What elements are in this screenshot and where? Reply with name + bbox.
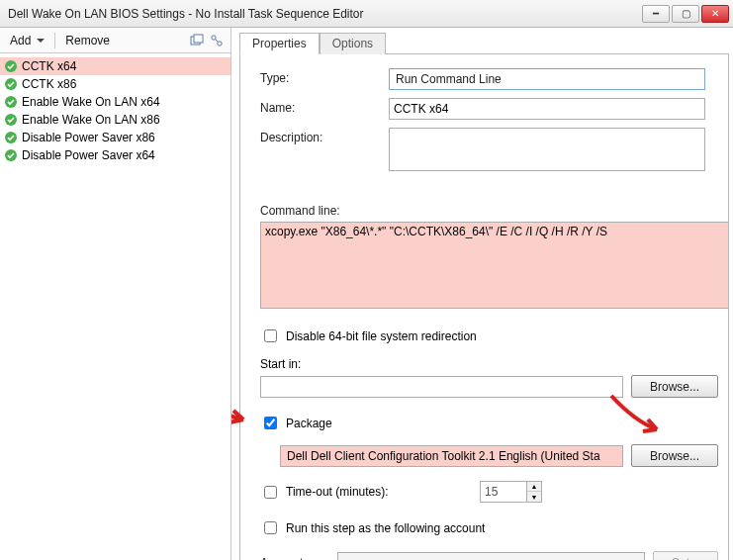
- tree-item-disable-ps-x64[interactable]: Disable Power Saver x64: [0, 146, 230, 164]
- commandline-label: Command line:: [260, 204, 718, 218]
- tree-item-enable-wol-x86[interactable]: Enable Wake On LAN x86: [0, 111, 230, 129]
- spinner-up-icon[interactable]: ▲: [527, 482, 541, 492]
- maximize-button[interactable]: ▢: [672, 5, 699, 23]
- window-titlebar: Dell Wake On LAN BIOS Settings - No Inst…: [0, 0, 733, 28]
- runas-checkbox[interactable]: [264, 521, 277, 534]
- account-label: Account:: [260, 556, 329, 561]
- startin-browse-button[interactable]: Browse...: [631, 375, 718, 398]
- name-input[interactable]: [389, 98, 705, 120]
- separator: [54, 33, 55, 48]
- tree-label: Disable Power Saver x86: [22, 131, 155, 144]
- package-value: Dell Dell Client Configuration Toolkit 2…: [280, 445, 623, 467]
- startin-label: Start in:: [260, 357, 718, 371]
- tree-item-cctk-x86[interactable]: CCTK x86: [0, 75, 230, 93]
- tree-label: Disable Power Saver x64: [22, 148, 155, 162]
- task-tree: CCTK x64 CCTK x86 Enable Wake On LAN x64…: [0, 53, 230, 560]
- tabstrip: Properties Options: [239, 32, 733, 53]
- type-value: Run Command Line: [389, 68, 705, 90]
- description-label: Description:: [260, 128, 389, 144]
- remove-button[interactable]: Remove: [59, 32, 116, 49]
- spinner-down-icon[interactable]: ▼: [527, 492, 541, 502]
- startin-input[interactable]: [260, 376, 623, 398]
- package-label: Package: [286, 417, 332, 430]
- success-icon: [4, 131, 18, 144]
- tree-item-cctk-x64[interactable]: CCTK x64: [0, 57, 230, 75]
- timeout-label: Time-out (minutes):: [286, 485, 474, 499]
- disable64-checkbox[interactable]: [264, 329, 277, 342]
- success-icon: [4, 148, 18, 162]
- dependencies-icon[interactable]: [207, 31, 227, 50]
- properties-pane: Type: Run Command Line Name: Description…: [239, 53, 729, 560]
- tab-options[interactable]: Options: [320, 33, 386, 54]
- spinner-arrows[interactable]: ▲ ▼: [527, 481, 542, 503]
- timeout-spinner[interactable]: ▲ ▼: [480, 481, 542, 503]
- success-icon: [4, 95, 18, 109]
- set-account-button[interactable]: Set...: [653, 551, 718, 560]
- tab-properties[interactable]: Properties: [239, 33, 320, 54]
- name-label: Name:: [260, 98, 389, 115]
- runas-label: Run this step as the following account: [286, 521, 485, 535]
- timeout-input[interactable]: [480, 481, 527, 503]
- success-icon: [4, 77, 18, 91]
- tree-label: CCTK x64: [22, 59, 76, 73]
- tree-label: Enable Wake On LAN x86: [22, 113, 160, 127]
- commandline-input[interactable]: [260, 222, 729, 309]
- tree-item-enable-wol-x64[interactable]: Enable Wake On LAN x64: [0, 93, 230, 111]
- new-group-icon[interactable]: [187, 31, 207, 50]
- right-panel: Properties Options Type: Run Command Lin…: [231, 28, 733, 560]
- minimize-button[interactable]: ━: [642, 5, 670, 23]
- account-value: [337, 552, 645, 561]
- package-checkbox[interactable]: [264, 417, 277, 429]
- success-icon: [4, 113, 18, 127]
- timeout-checkbox[interactable]: [264, 486, 277, 499]
- disable64-label: Disable 64-bit file system redirection: [286, 329, 477, 343]
- tree-item-disable-ps-x86[interactable]: Disable Power Saver x86: [0, 129, 230, 146]
- left-panel: Add Remove CCTK x64 CCTK x86 Enable Wa: [0, 28, 231, 560]
- left-toolbar: Add Remove: [0, 28, 230, 53]
- type-label: Type:: [260, 68, 389, 85]
- success-icon: [4, 59, 18, 73]
- close-button[interactable]: ✕: [701, 5, 729, 23]
- window-buttons: ━ ▢ ✕: [642, 5, 729, 23]
- add-button[interactable]: Add: [4, 32, 50, 49]
- package-browse-button[interactable]: Browse...: [631, 444, 718, 467]
- window-title: Dell Wake On LAN BIOS Settings - No Inst…: [8, 7, 642, 21]
- svg-rect-1: [194, 35, 203, 43]
- tree-label: CCTK x86: [22, 77, 76, 91]
- description-input[interactable]: [389, 128, 705, 171]
- tree-label: Enable Wake On LAN x64: [22, 95, 160, 109]
